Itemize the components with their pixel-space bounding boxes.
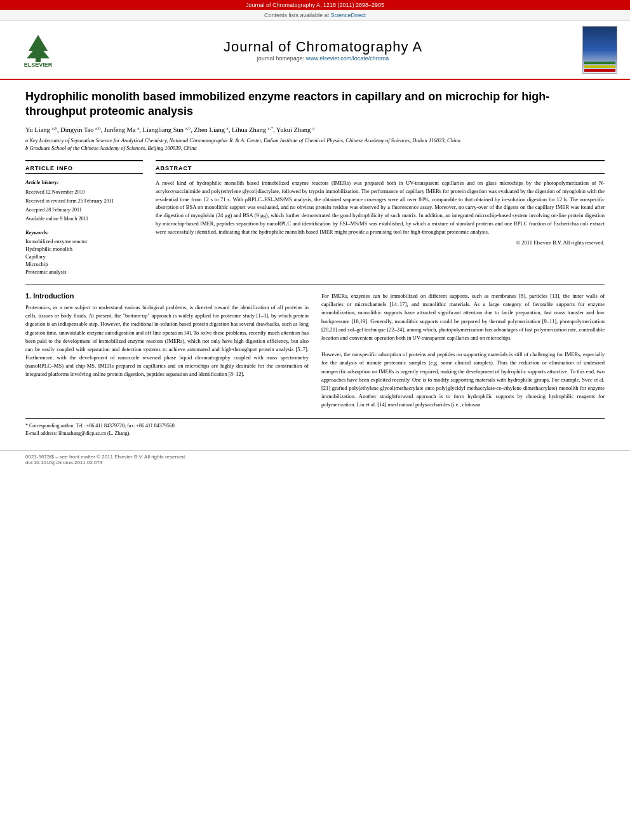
doi-text: doi:10.1016/j.chroma.2011.02.073 xyxy=(25,460,605,465)
sciencedirect-bar: Contents lists available at ScienceDirec… xyxy=(0,10,630,21)
affiliation-b: b Graduate School of the Chinese Academy… xyxy=(25,145,605,152)
journal-homepage-link[interactable]: www.elsevier.com/locate/chroma xyxy=(306,55,389,62)
section-divider xyxy=(25,284,605,284)
online-date: Available online 9 March 2011 xyxy=(25,215,143,223)
elsevier-logo: ELSEVIER xyxy=(13,32,64,68)
introduction-section: 1. Introduction Proteomics, as a new sub… xyxy=(25,292,605,409)
authors-text: Yu Liang a,b, Dingyin Tao a,b, Junfeng M… xyxy=(25,126,314,133)
journal-header: ELSEVIER Journal of Chromatography A jou… xyxy=(0,21,630,80)
article-meta-section: Article Info Article history: Received 1… xyxy=(25,160,605,276)
footnote-area: * Corresponding author. Tel.: +86 411 84… xyxy=(25,418,605,437)
article-info-title: Article Info xyxy=(25,165,143,174)
main-content: Hydrophilic monolith based immobilized e… xyxy=(0,80,630,444)
sciencedirect-label: Contents lists available at xyxy=(264,12,331,18)
abstract-panel: Abstract A novel kind of hydrophilic mon… xyxy=(156,160,605,276)
journal-header-center: Journal of Chromatography A journal home… xyxy=(64,39,582,62)
keyword-1: Immobilized enzyme reactor xyxy=(25,238,143,244)
journal-citation-bar: Journal of Chromatography A, 1218 (2011)… xyxy=(0,0,630,10)
keywords-label: Keywords: xyxy=(25,229,143,236)
footnote-email: E-mail address: lihuazhang@dicp.ac.cn (L… xyxy=(25,430,605,437)
bottom-bar: 0021-9673/$ – see front matter © 2011 El… xyxy=(0,450,630,469)
intro-right-text: For IMERs, enzymes can be immobilized on… xyxy=(321,292,605,409)
affiliation-a: a Key Laboratory of Separation Science f… xyxy=(25,137,605,145)
abstract-text: A novel kind of hydrophilic monolith bas… xyxy=(156,179,605,236)
journal-homepage: journal homepage: www.elsevier.com/locat… xyxy=(64,55,582,62)
intro-left-text: Proteomics, as a new subject to understa… xyxy=(25,303,309,379)
keyword-3: Capillary xyxy=(25,253,143,260)
intro-right-col: For IMERs, enzymes can be immobilized on… xyxy=(321,292,605,409)
footnote-corresponding: * Corresponding author. Tel.: +86 411 84… xyxy=(25,422,605,430)
keyword-2: Hydrophilic monolith xyxy=(25,246,143,252)
received-date: Received 12 November 2010 xyxy=(25,189,143,196)
journal-name: Journal of Chromatography A xyxy=(64,39,582,55)
keyword-5: Proteomic analysis xyxy=(25,269,143,275)
article-history-label: Article history: xyxy=(25,179,143,185)
article-info-panel: Article Info Article history: Received 1… xyxy=(25,160,143,276)
intro-left-col: 1. Introduction Proteomics, as a new sub… xyxy=(25,292,309,409)
intro-heading: 1. Introduction xyxy=(25,292,309,300)
revised-date: Received in revised form 25 February 201… xyxy=(25,197,143,205)
accepted-date: Accepted 28 February 2011 xyxy=(25,206,143,214)
affiliations: a Key Laboratory of Separation Science f… xyxy=(25,137,605,152)
article-title: Hydrophilic monolith based immobilized e… xyxy=(25,90,605,119)
journal-citation-text: Journal of Chromatography A, 1218 (2011)… xyxy=(246,2,384,8)
journal-cover-image xyxy=(582,26,617,74)
keyword-4: Microchip xyxy=(25,261,143,267)
copyright-text: © 2011 Elsevier B.V. All rights reserved… xyxy=(156,239,605,246)
sciencedirect-link[interactable]: ScienceDirect xyxy=(331,12,366,18)
issn-text: 0021-9673/$ – see front matter © 2011 El… xyxy=(25,454,605,460)
authors-line: Yu Liang a,b, Dingyin Tao a,b, Junfeng M… xyxy=(25,126,605,134)
abstract-title: Abstract xyxy=(156,165,605,174)
